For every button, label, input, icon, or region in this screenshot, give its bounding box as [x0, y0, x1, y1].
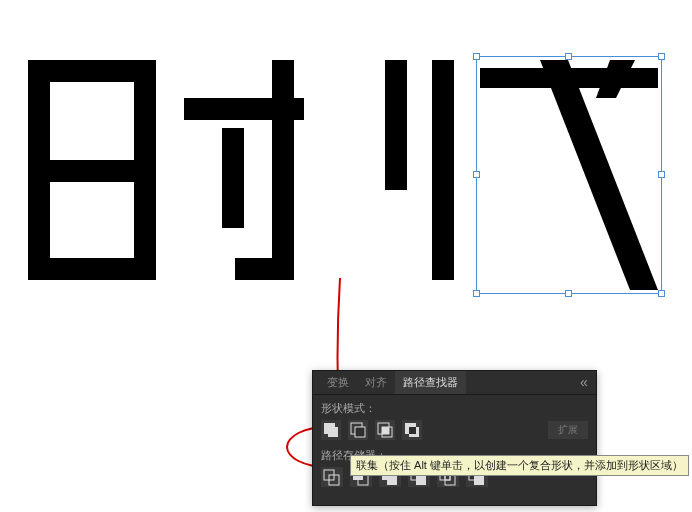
tab-transform[interactable]: 变换 — [319, 371, 357, 394]
svg-rect-26 — [474, 475, 484, 485]
selection-handle[interactable] — [658, 53, 665, 60]
glyph-stroke — [272, 60, 294, 280]
glyph-stroke — [222, 128, 244, 228]
minus-front-button[interactable] — [348, 420, 368, 440]
selection-handle[interactable] — [473, 53, 480, 60]
svg-rect-13 — [409, 427, 416, 434]
svg-rect-10 — [382, 427, 389, 434]
intersect-button[interactable] — [375, 420, 395, 440]
selection-handle[interactable] — [658, 171, 665, 178]
shape-mode-row: 扩展 — [321, 420, 588, 440]
glyph-stroke — [432, 60, 454, 280]
selection-handle[interactable] — [565, 53, 572, 60]
glyph-stroke — [235, 258, 294, 280]
selection-handle[interactable] — [565, 290, 572, 297]
glyph-stroke — [28, 258, 156, 280]
tab-align[interactable]: 对齐 — [357, 371, 395, 394]
svg-rect-7 — [355, 427, 365, 437]
panel-collapse-icon[interactable]: « — [578, 377, 590, 389]
glyph-stroke — [28, 160, 156, 182]
svg-rect-21 — [416, 475, 426, 485]
selection-handle[interactable] — [473, 171, 480, 178]
selection-handle[interactable] — [473, 290, 480, 297]
glyph-stroke-diagonal — [480, 60, 658, 290]
svg-rect-5 — [328, 427, 338, 437]
unite-button[interactable] — [321, 420, 341, 440]
pathfinder-panel[interactable]: 变换 对齐 路径查找器 « 形状模式： 扩展 — [312, 370, 597, 506]
exclude-button[interactable] — [402, 420, 422, 440]
artboard[interactable]: 变换 对齐 路径查找器 « 形状模式： 扩展 — [0, 0, 692, 512]
glyph-stroke — [385, 60, 407, 190]
selection-handle[interactable] — [658, 290, 665, 297]
tooltip: 联集（按住 Alt 键单击，以创建一个复合形状，并添加到形状区域） — [350, 455, 689, 476]
svg-rect-1 — [480, 68, 658, 88]
divide-button[interactable] — [321, 467, 343, 487]
svg-rect-19 — [387, 475, 397, 485]
panel-header: 变换 对齐 路径查找器 « — [313, 371, 596, 395]
expand-button[interactable]: 扩展 — [548, 421, 588, 439]
shape-mode-label: 形状模式： — [321, 401, 588, 416]
tab-pathfinder[interactable]: 路径查找器 — [395, 371, 466, 394]
panel-body: 形状模式： 扩展 路径存储器： — [313, 395, 596, 505]
